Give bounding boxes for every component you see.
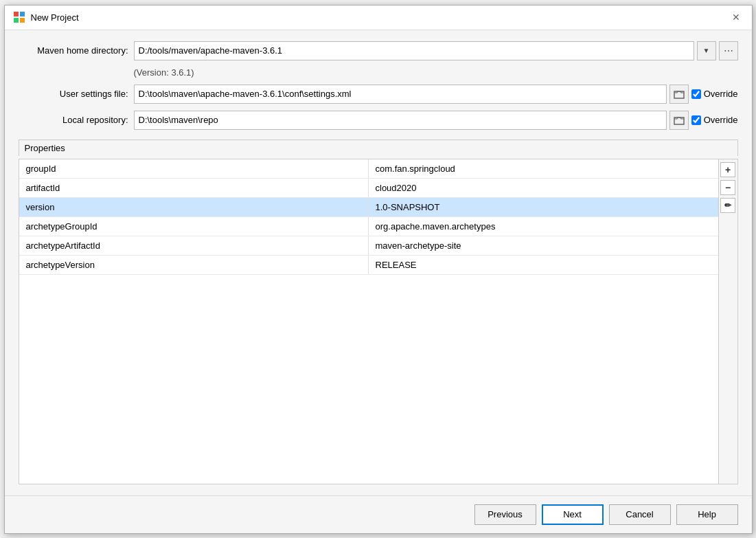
previous-button[interactable]: Previous xyxy=(474,504,536,525)
user-settings-browse-btn[interactable] xyxy=(669,85,689,104)
maven-home-browse-btn[interactable]: ⋯ xyxy=(719,41,738,60)
dialog-content: Maven home directory: ▼ ⋯ (Version: 3.6.… xyxy=(5,30,752,495)
maven-home-label: Maven home directory: xyxy=(19,45,128,56)
close-button[interactable]: ✕ xyxy=(729,10,744,25)
local-repo-row: Local repository: Override xyxy=(19,111,738,130)
prop-value: org.apache.maven.archetypes xyxy=(369,217,718,236)
user-settings-override-checkbox[interactable] xyxy=(691,89,701,99)
table-row[interactable]: version1.0-SNAPSHOT xyxy=(19,198,718,217)
prop-key: archetypeVersion xyxy=(19,256,369,274)
cancel-button[interactable]: Cancel xyxy=(609,504,671,525)
user-settings-override-label[interactable]: Override xyxy=(691,89,738,99)
local-repo-control-group: Override xyxy=(134,111,738,130)
edit-property-button[interactable]: ✏ xyxy=(720,198,735,213)
table-row[interactable]: archetypeGroupIdorg.apache.maven.archety… xyxy=(19,217,718,236)
properties-header: Properties xyxy=(19,139,738,156)
prop-key: archetypeArtifactId xyxy=(19,236,369,255)
table-row[interactable]: groupIdcom.fan.springcloud xyxy=(19,159,718,179)
prop-key: artifactId xyxy=(19,179,369,197)
properties-table[interactable]: groupIdcom.fan.springcloudartifactIdclou… xyxy=(19,159,718,484)
maven-home-control-group: ▼ ⋯ xyxy=(134,41,738,60)
maven-home-dropdown-btn[interactable]: ▼ xyxy=(697,41,716,60)
table-row[interactable]: archetypeVersionRELEASE xyxy=(19,256,718,275)
svg-rect-1 xyxy=(20,12,25,16)
add-property-button[interactable]: + xyxy=(720,162,735,177)
app-icon xyxy=(13,11,25,23)
local-repo-browse-btn[interactable] xyxy=(669,111,689,130)
prop-key: archetypeGroupId xyxy=(19,217,369,236)
help-button[interactable]: Help xyxy=(676,504,738,525)
title-bar-left: New Project xyxy=(13,11,79,23)
prop-key: version xyxy=(19,198,369,216)
maven-home-row: Maven home directory: ▼ ⋯ xyxy=(19,41,738,60)
table-row[interactable]: artifactIdcloud2020 xyxy=(19,179,718,198)
prop-value: RELEASE xyxy=(369,256,718,274)
prop-value: com.fan.springcloud xyxy=(369,159,718,178)
svg-rect-2 xyxy=(14,18,19,23)
table-row[interactable]: archetypeArtifactIdmaven-archetype-site xyxy=(19,236,718,256)
properties-section: Properties groupIdcom.fan.springcloudart… xyxy=(19,139,738,484)
prop-value: cloud2020 xyxy=(369,179,718,197)
user-settings-row: User settings file: Override xyxy=(19,85,738,104)
local-repo-label: Local repository: xyxy=(19,115,128,125)
properties-container: groupIdcom.fan.springcloudartifactIdclou… xyxy=(19,159,738,484)
dialog-title: New Project xyxy=(31,12,79,23)
maven-version-note: (Version: 3.6.1) xyxy=(134,67,738,78)
new-project-dialog: New Project ✕ Maven home directory: ▼ ⋯ … xyxy=(4,5,753,534)
prop-value: 1.0-SNAPSHOT xyxy=(369,198,718,216)
local-repo-override-label[interactable]: Override xyxy=(691,115,738,125)
user-settings-control-group: Override xyxy=(134,85,738,104)
user-settings-label: User settings file: xyxy=(19,89,128,99)
title-bar: New Project ✕ xyxy=(5,5,752,30)
remove-property-button[interactable]: − xyxy=(720,180,735,195)
local-repo-override-text: Override xyxy=(704,115,738,125)
svg-rect-3 xyxy=(20,18,25,23)
properties-actions: + − ✏ xyxy=(718,159,737,484)
user-settings-input[interactable] xyxy=(134,85,667,104)
local-repo-input[interactable] xyxy=(134,111,667,130)
local-repo-override-checkbox[interactable] xyxy=(691,115,701,125)
dialog-footer: Previous Next Cancel Help xyxy=(5,495,752,533)
user-settings-override-text: Override xyxy=(704,89,738,99)
maven-home-input[interactable] xyxy=(134,41,694,60)
prop-key: groupId xyxy=(19,159,369,178)
prop-value: maven-archetype-site xyxy=(369,236,718,255)
next-button[interactable]: Next xyxy=(542,504,604,525)
svg-rect-0 xyxy=(14,12,19,16)
